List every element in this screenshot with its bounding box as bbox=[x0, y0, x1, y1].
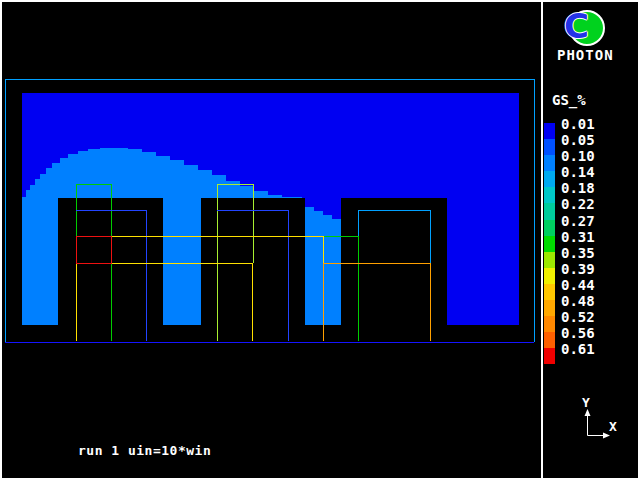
legend-value: 0.44 bbox=[561, 277, 595, 293]
legend-swatch bbox=[544, 348, 555, 364]
status-text: run 1 uin=10*win bbox=[78, 443, 211, 458]
legend-value: 0.48 bbox=[561, 293, 595, 309]
app-title: PHOTON bbox=[557, 47, 614, 63]
legend-swatch bbox=[544, 139, 555, 155]
axis-indicator: Y X bbox=[573, 395, 633, 445]
legend-swatch bbox=[544, 252, 555, 268]
legend-swatch bbox=[544, 123, 555, 139]
axis-x-label: X bbox=[609, 419, 617, 434]
legend-value: 0.18 bbox=[561, 180, 595, 196]
legend-value: 0.27 bbox=[561, 213, 595, 229]
legend-swatch bbox=[544, 220, 555, 236]
legend-value: 0.56 bbox=[561, 325, 595, 341]
legend-value: 0.05 bbox=[561, 132, 595, 148]
legend-value: 0.01 bbox=[561, 116, 595, 132]
legend-value: 0.39 bbox=[561, 261, 595, 277]
legend-value: 0.31 bbox=[561, 229, 595, 245]
logo-c-glyph: C bbox=[564, 8, 589, 44]
color-legend: 0.010.050.100.140.180.220.270.310.350.39… bbox=[543, 123, 638, 364]
legend-value: 0.22 bbox=[561, 196, 595, 212]
legend-title: GS_% bbox=[552, 92, 586, 108]
legend-swatch bbox=[544, 236, 555, 252]
legend-swatch bbox=[544, 332, 555, 348]
legend-swatch bbox=[544, 300, 555, 316]
legend-value: 0.52 bbox=[561, 309, 595, 325]
legend-row: 0.61 bbox=[543, 348, 638, 364]
legend-value: 0.10 bbox=[561, 148, 595, 164]
legend-swatch bbox=[544, 284, 555, 300]
photon-logo-icon: C bbox=[569, 10, 605, 46]
sidebar: C PHOTON GS_% 0.010.050.100.140.180.220.… bbox=[543, 2, 638, 478]
legend-value: 0.61 bbox=[561, 341, 595, 357]
legend-swatch bbox=[544, 203, 555, 219]
legend-swatch bbox=[544, 187, 555, 203]
legend-swatch bbox=[544, 155, 555, 171]
legend-value: 0.35 bbox=[561, 245, 595, 261]
legend-swatch bbox=[544, 316, 555, 332]
legend-swatch bbox=[544, 268, 555, 284]
legend-value: 0.14 bbox=[561, 164, 595, 180]
legend-swatch bbox=[544, 171, 555, 187]
photon-app: { "branding": { "app_name": "PHOTON", "l… bbox=[0, 0, 640, 480]
